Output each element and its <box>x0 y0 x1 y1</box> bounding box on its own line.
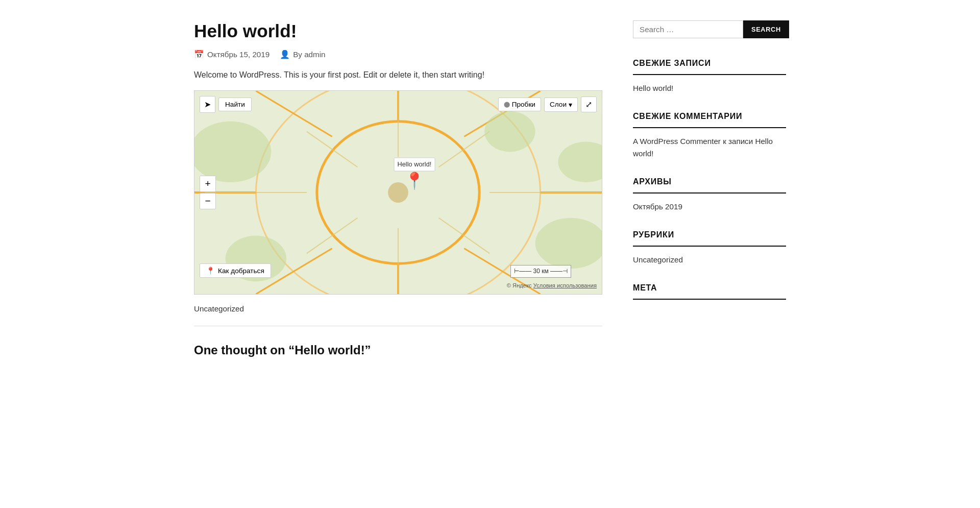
sidebar-meta: META <box>633 281 786 300</box>
map-right-controls: ⬤ Пробки Слои ▾ ⤢ <box>498 96 597 112</box>
map-directions-label: Как добраться <box>218 267 264 275</box>
map-pin-icon: 📍 <box>404 172 425 188</box>
search-button[interactable]: SEARCH <box>743 20 789 38</box>
svg-point-21 <box>484 111 535 152</box>
recent-posts-title: СВЕЖИЕ ЗАПИСИ <box>633 57 786 75</box>
post-author: 👤 By admin <box>280 48 325 61</box>
map-find-label: Найти <box>225 101 245 108</box>
sidebar-recent-posts: СВЕЖИЕ ЗАПИСИ Hello world! <box>633 57 786 94</box>
map-navigate-button[interactable]: ➤ <box>200 96 215 113</box>
map-traffic-label: Пробки <box>512 101 535 108</box>
map-directions-button[interactable]: 📍 Как добраться <box>200 263 271 278</box>
commenter-link[interactable]: A WordPress Commenter <box>633 137 721 146</box>
recent-comments-title: СВЕЖИЕ КОММЕНТАРИИ <box>633 110 786 128</box>
directions-icon: 📍 <box>206 267 215 275</box>
archive-link-1[interactable]: Октябрь 2019 <box>633 201 786 213</box>
meta-title: META <box>633 281 786 300</box>
map-scale-bar: ⊢—— 30 км ——⊣ <box>510 265 571 278</box>
fullscreen-icon: ⤢ <box>585 100 592 109</box>
search-input[interactable] <box>633 20 743 38</box>
post-meta: 📅 Октябрь 15, 2019 👤 By admin <box>194 48 602 61</box>
sidebar-archives: АРХИВЫ Октябрь 2019 <box>633 175 786 213</box>
map-traffic-button[interactable]: ⬤ Пробки <box>498 98 541 111</box>
calendar-icon: 📅 <box>194 48 204 61</box>
post-author-text: By admin <box>293 49 325 61</box>
comments-heading: One thought on “Hello world!” <box>194 341 602 360</box>
recent-post-link-1[interactable]: Hello world! <box>633 82 786 94</box>
category-link-1[interactable]: Uncategorized <box>633 254 786 266</box>
sidebar-categories: РУБРИКИ Uncategorized <box>633 228 786 266</box>
map-layers-label: Слои <box>550 101 567 108</box>
post-category: Uncategorized <box>194 303 602 315</box>
post-divider <box>194 326 602 326</box>
archives-title: АРХИВЫ <box>633 175 786 193</box>
chevron-down-icon: ▾ <box>569 101 572 109</box>
post-date: 📅 Октябрь 15, 2019 <box>194 48 270 61</box>
map-fullscreen-button[interactable]: ⤢ <box>581 96 597 112</box>
map-zoom-out-button[interactable]: − <box>200 193 216 209</box>
sidebar: SEARCH СВЕЖИЕ ЗАПИСИ Hello world! СВЕЖИЕ… <box>633 20 786 360</box>
map-layers-button[interactable]: Слои ▾ <box>544 98 578 112</box>
main-content: Hello world! 📅 Октябрь 15, 2019 👤 By adm… <box>194 20 602 360</box>
map-find-button[interactable]: Найти <box>218 98 252 111</box>
map-scale-label: ⊢—— <box>514 268 533 275</box>
map-copyright: © Яндекс Условия использования <box>507 281 597 291</box>
recent-comment-text: A WordPress Commenter к записи Hello wor… <box>633 135 786 160</box>
post-date-text: Октябрь 15, 2019 <box>207 49 270 61</box>
post-title: Hello world! <box>194 20 602 42</box>
post-excerpt: Welcome to WordPress. This is your first… <box>194 68 602 82</box>
author-icon: 👤 <box>280 48 290 61</box>
map-zoom-controls: + − <box>200 176 216 209</box>
map-embed[interactable]: ➤ Найти ⬤ Пробки Слои ▾ ⤢ <box>194 90 602 295</box>
sidebar-recent-comments: СВЕЖИЕ КОММЕНТАРИИ A WordPress Commenter… <box>633 110 786 160</box>
map-pin-label: Hello world! <box>394 158 435 171</box>
map-zoom-in-button[interactable]: + <box>200 176 216 192</box>
categories-title: РУБРИКИ <box>633 228 786 247</box>
sidebar-search: SEARCH <box>633 20 786 38</box>
map-pin: Hello world! 📍 <box>394 158 435 188</box>
map-terms-link[interactable]: Условия использования <box>533 282 597 288</box>
